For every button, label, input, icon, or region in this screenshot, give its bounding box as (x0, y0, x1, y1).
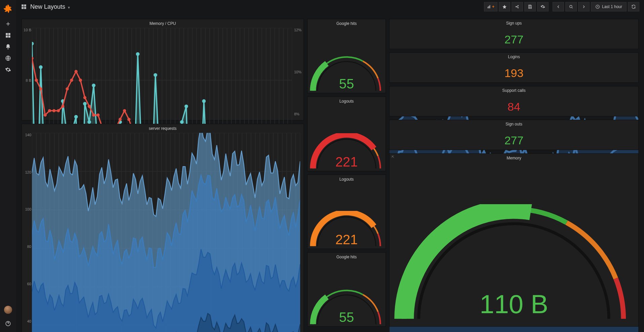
svg-rect-11 (489, 6, 489, 8)
svg-point-13 (570, 5, 572, 8)
plus-icon: + (492, 4, 494, 9)
gauge-memory: 110 B (390, 161, 638, 326)
explore-icon[interactable] (0, 52, 16, 64)
star-button[interactable] (499, 2, 510, 11)
refresh-button[interactable] (628, 2, 639, 11)
svg-point-157 (96, 113, 99, 116)
panel-gauge-1[interactable]: Logouts 221 (307, 97, 386, 171)
external-link-icon[interactable]: ⇱ (392, 155, 394, 159)
user-avatar[interactable] (4, 306, 12, 314)
time-back-button[interactable] (553, 2, 564, 11)
svg-point-143 (35, 79, 38, 82)
svg-point-145 (44, 113, 47, 116)
panel-server-requests[interactable]: server requests 140120100806040200 16:30… (22, 124, 304, 332)
create-icon[interactable] (0, 18, 16, 30)
time-range-picker[interactable]: Last 1 hour (591, 2, 627, 11)
svg-point-162 (119, 118, 122, 121)
time-forward-button[interactable] (578, 2, 590, 11)
top-bar: New Layouts▼ + Last 1 hour (16, 0, 644, 13)
svg-point-146 (48, 109, 51, 112)
svg-point-154 (83, 96, 86, 99)
svg-point-153 (79, 79, 82, 82)
panel-gauge-0[interactable]: Google hits 55 (307, 19, 386, 93)
svg-point-147 (52, 109, 55, 112)
svg-rect-9 (24, 7, 26, 9)
share-button[interactable] (512, 2, 523, 11)
zoom-out-button[interactable] (565, 2, 577, 11)
add-panel-button[interactable]: + (484, 2, 497, 11)
svg-point-155 (88, 105, 91, 108)
help-icon[interactable] (0, 318, 16, 329)
gauge-column: Google hits 55 Logouts 221 Logouts 221 G… (307, 19, 386, 327)
panel-title: Memory / CPU (22, 19, 304, 27)
svg-point-144 (39, 87, 42, 90)
dashboard-title: New Layouts (30, 3, 65, 10)
chart-server-requests: 140120100806040200 (32, 133, 300, 332)
svg-point-92 (74, 115, 78, 119)
chevron-down-icon: ▼ (67, 6, 71, 9)
svg-point-116 (180, 120, 184, 124)
svg-rect-7 (24, 4, 26, 6)
svg-point-149 (61, 105, 64, 108)
svg-point-156 (92, 113, 95, 116)
svg-rect-3 (8, 36, 10, 38)
spark-column: Sign ups 277Logins 193Support calls 84Si… (389, 19, 639, 150)
panel-gauge-3[interactable]: Google hits 55 (307, 252, 386, 327)
svg-point-148 (57, 109, 60, 112)
svg-point-142 (32, 57, 34, 60)
configuration-icon[interactable] (0, 64, 16, 75)
panel-spark-2[interactable]: Support calls 84 (389, 86, 639, 116)
svg-point-95 (87, 120, 91, 124)
dashboard-title-dropdown[interactable]: New Layouts▼ (30, 3, 71, 10)
panel-spark-1[interactable]: Logins 193 (389, 52, 639, 83)
svg-rect-12 (490, 5, 490, 8)
svg-point-121 (202, 99, 206, 103)
svg-rect-10 (488, 7, 488, 8)
svg-point-163 (123, 109, 126, 112)
panel-gauge-2[interactable]: Logouts 221 (307, 175, 386, 249)
svg-point-152 (75, 70, 78, 73)
panel-memory-gauge[interactable]: ⇱ Memory 110 B (389, 153, 639, 327)
svg-rect-6 (22, 4, 24, 6)
chart-svg (32, 133, 300, 332)
svg-rect-1 (8, 33, 10, 35)
panel-title: Memory (390, 154, 638, 161)
settings-button[interactable] (537, 2, 549, 11)
svg-point-84 (39, 65, 43, 69)
svg-point-96 (92, 84, 95, 87)
svg-point-117 (185, 105, 188, 108)
dashboard-grid-icon (21, 4, 27, 10)
panel-spark-3[interactable]: Sign outs 277 (389, 120, 639, 150)
svg-point-94 (83, 102, 87, 106)
panel-memory-cpu[interactable]: Memory / CPU 10 B8 B6 B4 B2 B0 B 12%10%8… (22, 19, 304, 120)
panel-title: server requests (22, 124, 304, 132)
svg-point-106 (136, 52, 139, 56)
svg-point-110 (154, 73, 157, 77)
svg-rect-2 (6, 36, 8, 38)
alerting-icon[interactable] (0, 41, 16, 52)
dashboard-canvas: Memory / CPU 10 B8 B6 B4 B2 B0 B 12%10%8… (16, 13, 644, 332)
time-range-label: Last 1 hour (602, 4, 622, 9)
svg-point-151 (70, 79, 73, 82)
grafana-logo-icon[interactable] (3, 4, 13, 13)
panel-spark-0[interactable]: Sign ups 277 (389, 19, 639, 49)
svg-rect-0 (6, 33, 8, 35)
y-axis-left: 140120100806040200 (23, 133, 31, 332)
svg-point-150 (66, 87, 69, 90)
side-nav (0, 0, 16, 332)
svg-rect-8 (22, 7, 24, 9)
dashboards-icon[interactable] (0, 30, 16, 41)
svg-point-82 (32, 42, 34, 45)
svg-point-164 (127, 118, 130, 121)
save-button[interactable] (524, 2, 536, 11)
